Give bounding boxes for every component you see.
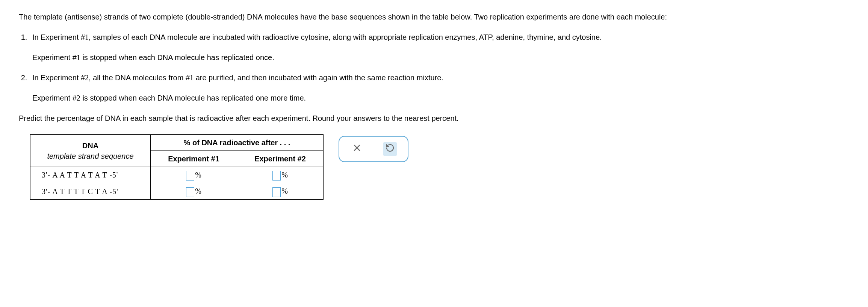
experiment-1-sub: Experiment #1 is stopped when each DNA m… xyxy=(32,52,849,63)
experiment-1-item: In Experiment #1, samples of each DNA mo… xyxy=(29,32,849,63)
dna-header-main: DNA xyxy=(82,140,98,151)
seq2-exp2-cell: % xyxy=(237,183,324,199)
table-row: 3'- A A T T A T A T -5' % % xyxy=(30,167,324,183)
sequence-1: 3'- A A T T A T A T -5' xyxy=(30,167,151,183)
experiment-2-sub: Experiment #2 is stopped when each DNA m… xyxy=(32,92,849,104)
table-row: 3'- A T T T T C T A -5' % % xyxy=(30,183,324,199)
seq1-exp1-input[interactable] xyxy=(186,171,194,181)
answer-table: DNA template strand sequence % of DNA ra… xyxy=(30,134,324,200)
seq2-exp1-input[interactable] xyxy=(186,187,194,197)
intro-text: The template (antisense) strands of two … xyxy=(19,11,849,23)
seq2-exp2-input[interactable] xyxy=(272,187,281,197)
exp1-header: Experiment #1 xyxy=(151,151,237,167)
seq1-exp2-cell: % xyxy=(237,167,324,183)
experiments-list: In Experiment #1, samples of each DNA mo… xyxy=(19,32,849,104)
reset-button[interactable] xyxy=(383,142,397,156)
seq2-exp1-cell: % xyxy=(151,183,237,199)
table-and-controls: DNA template strand sequence % of DNA ra… xyxy=(19,134,849,200)
seq1-exp2-input[interactable] xyxy=(272,171,281,181)
experiment-1-main: In Experiment #1, samples of each DNA mo… xyxy=(32,32,849,43)
sequence-2: 3'- A T T T T C T A -5' xyxy=(30,183,151,199)
dna-header-cell: DNA template strand sequence xyxy=(30,135,151,167)
close-button[interactable] xyxy=(350,142,364,156)
close-icon xyxy=(352,143,361,155)
experiment-2-main: In Experiment #2, all the DNA molecules … xyxy=(32,72,849,83)
radio-header-cell: % of DNA radioactive after . . . xyxy=(151,135,324,151)
seq1-exp1-cell: % xyxy=(151,167,237,183)
experiment-2-item: In Experiment #2, all the DNA molecules … xyxy=(29,72,849,104)
reset-icon xyxy=(386,143,395,155)
exp2-header: Experiment #2 xyxy=(237,151,324,167)
predict-text: Predict the percentage of DNA in each sa… xyxy=(19,113,849,124)
dna-header-sub: template strand sequence xyxy=(47,151,133,161)
control-panel xyxy=(339,136,408,162)
